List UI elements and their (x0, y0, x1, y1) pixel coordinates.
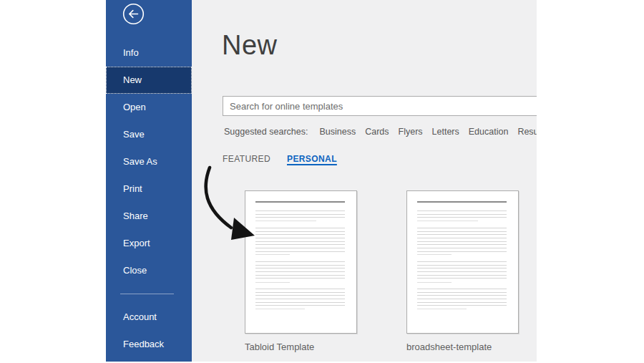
search-input[interactable] (223, 96, 537, 116)
sidebar-item-close[interactable]: Close (106, 257, 192, 284)
tab-personal[interactable]: PERSONAL (287, 154, 337, 164)
template-gallery: Tabloid Template broadsheet-template (245, 190, 519, 352)
back-arrow-icon (122, 3, 145, 25)
suggested-link-cards[interactable]: Cards (365, 127, 389, 137)
sidebar-divider (120, 294, 174, 294)
new-document-panel: New Suggested searches: Business Cards F… (192, 0, 537, 362)
suggested-link-education[interactable]: Education (469, 127, 509, 137)
sidebar: Info New Open Save Save As Print Share E… (106, 0, 192, 362)
sidebar-item-export[interactable]: Export (106, 230, 192, 257)
suggested-link-letters[interactable]: Letters (432, 127, 459, 137)
sidebar-item-account[interactable]: Account (106, 304, 192, 331)
sidebar-item-save-as[interactable]: Save As (106, 148, 192, 175)
sidebar-item-print[interactable]: Print (106, 175, 192, 203)
back-button[interactable] (122, 3, 145, 25)
page-title: New (222, 30, 278, 61)
suggested-link-business[interactable]: Business (319, 127, 356, 137)
template-thumbnail-tabloid[interactable] (245, 190, 357, 334)
sidebar-item-save[interactable]: Save (106, 121, 192, 148)
sidebar-item-share[interactable]: Share (106, 203, 192, 230)
suggested-link-flyers[interactable]: Flyers (399, 127, 423, 137)
sidebar-item-feedback[interactable]: Feedback (106, 331, 192, 358)
suggested-link-resume[interactable]: Resume (517, 127, 537, 137)
template-name-broadsheet: broadsheet-template (406, 342, 519, 352)
template-name-tabloid: Tabloid Template (245, 342, 357, 352)
word-backstage-view: Info New Open Save Save As Print Share E… (0, 0, 644, 363)
suggested-searches-label: Suggested searches: (224, 127, 308, 137)
sidebar-item-new[interactable]: New (106, 67, 192, 94)
doc-preview-title-line (255, 201, 345, 203)
suggested-searches: Suggested searches: Business Cards Flyer… (224, 127, 537, 137)
sidebar-menu: Info New Open Save Save As Print Share E… (106, 39, 192, 358)
sidebar-item-open[interactable]: Open (106, 94, 192, 121)
doc-preview-title-line (417, 201, 507, 203)
template-thumbnail-broadsheet[interactable] (406, 190, 519, 334)
template-tabs: FEATURED PERSONAL (223, 154, 337, 164)
tab-featured[interactable]: FEATURED (223, 154, 270, 164)
template-item-broadsheet: broadsheet-template (406, 190, 519, 352)
template-item-tabloid: Tabloid Template (245, 190, 357, 352)
sidebar-item-info[interactable]: Info (106, 39, 192, 67)
